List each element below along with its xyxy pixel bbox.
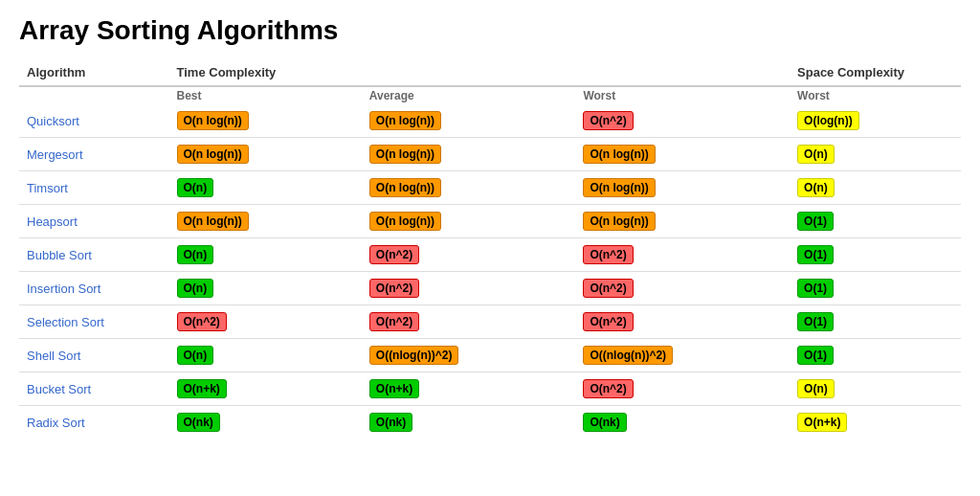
algorithm-name[interactable]: Quicksort bbox=[27, 114, 79, 128]
main-header-row: Algorithm Time Complexity Space Complexi… bbox=[19, 59, 961, 86]
algorithm-name[interactable]: Selection Sort bbox=[27, 315, 104, 329]
badge-space: O(n) bbox=[797, 178, 835, 197]
header-average: Average bbox=[362, 86, 576, 104]
badge-worst-time: O(n^2) bbox=[583, 312, 633, 331]
algorithm-name[interactable]: Mergesort bbox=[27, 147, 83, 162]
badge-average: O(n+k) bbox=[369, 379, 419, 398]
header-time-complexity: Time Complexity bbox=[169, 59, 791, 86]
badge-worst-time: O(n log(n)) bbox=[583, 212, 655, 231]
badge-average: O(n log(n)) bbox=[369, 212, 441, 231]
badge-space: O(1) bbox=[797, 312, 834, 331]
page-title: Array Sorting Algorithms bbox=[19, 15, 961, 46]
table-row: Bubble SortO(n)O(n^2)O(n^2)O(1) bbox=[19, 238, 961, 272]
badge-average: O(n^2) bbox=[369, 279, 419, 298]
badge-average: O(n^2) bbox=[369, 312, 419, 331]
badge-worst-time: O(n log(n)) bbox=[583, 145, 655, 164]
table-row: HeapsortO(n log(n))O(n log(n))O(n log(n)… bbox=[19, 205, 961, 238]
badge-worst-time: O(nk) bbox=[583, 413, 626, 432]
badge-space: O(1) bbox=[797, 279, 834, 298]
badge-space: O(1) bbox=[797, 346, 834, 365]
badge-worst-time: O(n^2) bbox=[583, 279, 633, 298]
header-space-complexity: Space Complexity bbox=[790, 59, 961, 86]
table-row: TimsortO(n)O(n log(n))O(n log(n))O(n) bbox=[19, 171, 961, 205]
badge-best: O(n log(n)) bbox=[177, 212, 249, 231]
table-row: QuicksortO(n log(n))O(n log(n))O(n^2)O(l… bbox=[19, 104, 961, 138]
badge-average: O((nlog(n))^2) bbox=[369, 346, 459, 365]
badge-best: O(n) bbox=[177, 346, 214, 365]
badge-average: O(n log(n)) bbox=[369, 145, 441, 164]
badge-best: O(n) bbox=[177, 178, 214, 197]
algorithm-name[interactable]: Timsort bbox=[27, 181, 68, 195]
table-row: Selection SortO(n^2)O(n^2)O(n^2)O(1) bbox=[19, 305, 961, 339]
badge-space: O(n) bbox=[797, 145, 835, 164]
algorithm-name[interactable]: Heapsort bbox=[27, 214, 78, 229]
badge-best: O(n) bbox=[177, 245, 214, 264]
table-row: Shell SortO(n)O((nlog(n))^2)O((nlog(n))^… bbox=[19, 339, 961, 372]
algorithm-name[interactable]: Bucket Sort bbox=[27, 382, 91, 396]
table-row: Insertion SortO(n)O(n^2)O(n^2)O(1) bbox=[19, 272, 961, 305]
badge-worst-time: O(n log(n)) bbox=[583, 178, 655, 197]
badge-worst-time: O(n^2) bbox=[583, 245, 633, 264]
badge-average: O(nk) bbox=[369, 413, 412, 432]
header-best: Best bbox=[169, 86, 362, 104]
badge-space: O(n) bbox=[797, 379, 835, 398]
badge-best: O(nk) bbox=[177, 413, 220, 432]
header-worst-time: Worst bbox=[575, 86, 790, 104]
table-row: MergesortO(n log(n))O(n log(n))O(n log(n… bbox=[19, 138, 961, 171]
algorithm-name[interactable]: Insertion Sort bbox=[27, 282, 100, 296]
algorithm-name[interactable]: Shell Sort bbox=[27, 349, 80, 363]
badge-worst-time: O(n^2) bbox=[583, 379, 633, 398]
badge-space: O(1) bbox=[797, 245, 834, 264]
badge-space: O(log(n)) bbox=[797, 111, 859, 130]
table-row: Radix SortO(nk)O(nk)O(nk)O(n+k) bbox=[19, 406, 961, 440]
badge-best: O(n^2) bbox=[177, 312, 227, 331]
badge-worst-time: O(n^2) bbox=[583, 111, 633, 130]
badge-best: O(n log(n)) bbox=[177, 145, 249, 164]
badge-worst-time: O((nlog(n))^2) bbox=[583, 346, 673, 365]
badge-average: O(n log(n)) bbox=[369, 111, 441, 130]
badge-best: O(n log(n)) bbox=[177, 111, 249, 130]
badge-best: O(n) bbox=[177, 279, 214, 298]
badge-best: O(n+k) bbox=[177, 379, 227, 398]
badge-average: O(n^2) bbox=[369, 245, 419, 264]
badge-space: O(1) bbox=[797, 212, 834, 231]
header-worst-space: Worst bbox=[790, 86, 961, 104]
badge-space: O(n+k) bbox=[797, 413, 847, 432]
algorithm-name[interactable]: Bubble Sort bbox=[27, 248, 92, 262]
header-algorithm: Algorithm bbox=[19, 59, 169, 86]
table-row: Bucket SortO(n+k)O(n+k)O(n^2)O(n) bbox=[19, 372, 961, 406]
sub-header-row: Best Average Worst Worst bbox=[19, 86, 961, 104]
sorting-table: Algorithm Time Complexity Space Complexi… bbox=[19, 59, 961, 439]
algorithm-name[interactable]: Radix Sort bbox=[27, 416, 85, 430]
badge-average: O(n log(n)) bbox=[369, 178, 441, 197]
